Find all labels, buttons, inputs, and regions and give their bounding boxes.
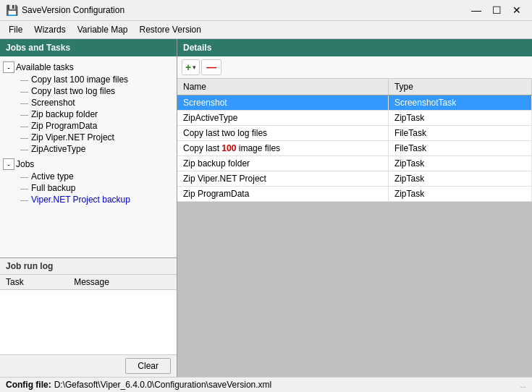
cell-type: ZipTask — [388, 187, 531, 202]
tree-item-label: Screenshot — [31, 98, 75, 108]
list-item[interactable]: — Viper.NET Project backup — [17, 194, 177, 205]
minimize-button[interactable]: — — [467, 3, 486, 17]
status-value: D:\Gefasoft\Viper_6.4.0.0\Configuration\… — [54, 380, 272, 390]
log-table: Task Message — [0, 275, 177, 290]
tree-item-label: Zip ProgramData — [31, 121, 97, 131]
title-bar: 💾 SaveVersion Configuration — ☐ ✕ — [0, 0, 532, 21]
tree-item-label: Zip backup folder — [31, 109, 98, 119]
table-row[interactable]: Copy last 100 image files FileTask — [177, 141, 532, 156]
app-icon: 💾 — [6, 4, 17, 16]
list-item[interactable]: — Copy last two log files — [17, 85, 177, 97]
right-panel-header: Details — [177, 39, 532, 56]
cell-name: Zip Viper.NET Project — [177, 171, 388, 187]
tree-item-label: Active type — [31, 171, 74, 182]
tree-area: - Available tasks — Copy last 100 image … — [0, 56, 177, 257]
available-tasks-items: — Copy last 100 image files — Copy last … — [17, 74, 177, 155]
menu-restore-version[interactable]: Restore Version — [134, 22, 207, 37]
table-row[interactable]: Zip ProgramData ZipTask — [177, 187, 532, 202]
remove-button[interactable]: — — [201, 59, 221, 75]
details-table-body: Screenshot ScreenshotTask ZipActiveType … — [177, 95, 532, 202]
col-name: Name — [177, 79, 388, 95]
cell-type: ScreenshotTask — [388, 95, 531, 111]
list-item[interactable]: — Full backup — [17, 182, 177, 194]
menu-wizards[interactable]: Wizards — [28, 22, 71, 37]
available-tasks-header[interactable]: - Available tasks — [0, 61, 177, 74]
table-row[interactable]: ZipActiveType ZipTask — [177, 111, 532, 126]
menu-file[interactable]: File — [3, 22, 28, 37]
cell-name: ZipActiveType — [177, 111, 388, 126]
details-toolbar: + ▾ — — [177, 56, 532, 79]
log-panel-header: Job run log — [0, 258, 177, 275]
table-row[interactable]: Zip Viper.NET Project ZipTask — [177, 171, 532, 187]
details-table-wrapper: Name Type Screenshot ScreenshotTask ZipA… — [177, 79, 532, 377]
cell-name: Screenshot — [177, 95, 388, 111]
cell-type: FileTask — [388, 141, 531, 156]
title-bar-text: SaveVersion Configuration — [22, 5, 467, 15]
tree-item-label: Viper.NET Project backup — [31, 195, 130, 205]
main-area: Jobs and Tasks - Available tasks — Copy … — [0, 39, 532, 377]
status-label: Config file: — [6, 380, 51, 390]
cell-type: ZipTask — [388, 111, 531, 126]
tree-item-label: ZipActiveType — [31, 144, 85, 154]
menu-variable-map[interactable]: Variable Map — [72, 22, 134, 37]
cell-name: Zip ProgramData — [177, 187, 388, 202]
highlight-100: 100 — [221, 143, 236, 153]
available-tasks-toggle[interactable]: - — [3, 61, 14, 73]
cell-type: FileTask — [388, 126, 531, 141]
cell-name: Zip backup folder — [177, 156, 388, 171]
list-item[interactable]: — Copy last 100 image files — [17, 74, 177, 85]
tree-item-label: Zip Viper.NET Project — [31, 132, 114, 142]
tree-item-label: Copy last two log files — [31, 86, 115, 96]
log-content: Task Message — [0, 275, 177, 354]
tree-item-label: Copy last 100 image files — [31, 74, 128, 85]
list-item[interactable]: — Active type — [17, 171, 177, 182]
right-panel: Details + ▾ — Name Type Screenshot — [177, 39, 532, 377]
log-col-task: Task — [0, 275, 68, 290]
cell-type: ZipTask — [388, 171, 531, 187]
jobs-items: — Active type — Full backup — Viper.NET … — [17, 171, 177, 205]
table-row[interactable]: Screenshot ScreenshotTask — [177, 95, 532, 111]
clear-btn-area: Clear — [0, 354, 177, 377]
status-dots: ... — [520, 381, 526, 389]
available-tasks-label: Available tasks — [16, 62, 74, 72]
list-item[interactable]: — ZipActiveType — [17, 143, 177, 155]
left-panel: Jobs and Tasks - Available tasks — Copy … — [0, 39, 177, 377]
left-panel-header: Jobs and Tasks — [0, 39, 177, 56]
list-item[interactable]: — Zip backup folder — [17, 108, 177, 120]
jobs-toggle[interactable]: - — [3, 158, 14, 170]
cell-type: ZipTask — [388, 156, 531, 171]
dropdown-icon: ▾ — [193, 64, 196, 71]
jobs-label: Jobs — [16, 159, 34, 169]
log-col-message: Message — [68, 275, 177, 290]
status-bar: Config file: D:\Gefasoft\Viper_6.4.0.0\C… — [0, 377, 532, 392]
menu-bar: File Wizards Variable Map Restore Versio… — [0, 21, 532, 39]
list-item[interactable]: — Zip Viper.NET Project — [17, 132, 177, 143]
details-table: Name Type Screenshot ScreenshotTask ZipA… — [177, 79, 532, 202]
table-row[interactable]: Zip backup folder ZipTask — [177, 156, 532, 171]
bottom-section: Job run log Task Message Cl — [0, 257, 177, 377]
maximize-button[interactable]: ☐ — [487, 3, 506, 17]
list-item[interactable]: — Zip ProgramData — [17, 120, 177, 132]
cell-name: Copy last 100 image files — [177, 141, 388, 156]
close-button[interactable]: ✕ — [507, 3, 526, 17]
table-row[interactable]: Copy last two log files FileTask — [177, 126, 532, 141]
list-item[interactable]: — Screenshot — [17, 97, 177, 108]
tree-item-label: Full backup — [31, 183, 75, 193]
tree-section-available-tasks: - Available tasks — Copy last 100 image … — [0, 59, 177, 156]
col-type: Type — [388, 79, 531, 95]
cell-name: Copy last two log files — [177, 126, 388, 141]
clear-button[interactable]: Clear — [125, 358, 171, 374]
add-button[interactable]: + ▾ — [182, 59, 200, 75]
plus-icon: + — [185, 61, 191, 73]
title-bar-controls: — ☐ ✕ — [467, 3, 526, 17]
tree-section-jobs: - Jobs — Active type — Full backup — Vip… — [0, 156, 177, 207]
jobs-header[interactable]: - Jobs — [0, 158, 177, 171]
log-panel: Job run log Task Message Cl — [0, 257, 177, 377]
